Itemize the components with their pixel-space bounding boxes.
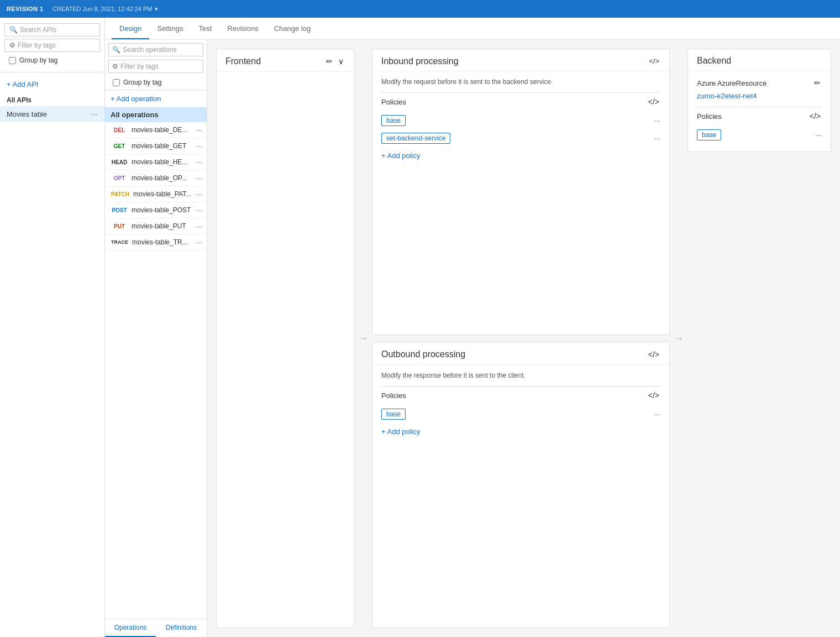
search-operations-input[interactable]: 🔍 Search operations xyxy=(108,43,203,56)
frontend-edit-button[interactable]: ✏ xyxy=(325,56,334,67)
inbound-policies-row: Policies </> xyxy=(381,92,660,111)
ops-filter-input[interactable]: ⚙ Filter by tags xyxy=(108,60,203,73)
ops-bottom-tabs: Operations Definitions xyxy=(105,619,207,637)
op-ellipsis-get[interactable]: ··· xyxy=(196,142,202,150)
op-item-put[interactable]: PUT movies-table_PUT ··· xyxy=(105,218,207,234)
op-item-opt[interactable]: OPT movies-table_OP... ··· xyxy=(105,170,207,186)
search-apis-input[interactable]: 🔍 Search APIs xyxy=(4,23,100,36)
op-badge-post: POST xyxy=(109,207,129,214)
op-ellipsis-head[interactable]: ··· xyxy=(196,158,202,166)
backend-panel-header: Backend xyxy=(688,49,831,71)
dropdown-icon[interactable]: ▾ xyxy=(155,6,158,13)
inbound-policies-label: Policies xyxy=(381,98,406,106)
tab-operations-bottom[interactable]: Operations xyxy=(105,619,156,637)
backend-policies-label: Policies xyxy=(697,112,722,121)
ops-search-icon: 🔍 xyxy=(112,46,120,54)
tab-design[interactable]: Design xyxy=(112,19,149,39)
backend-policies-row: Policies </> xyxy=(697,107,822,125)
right-arrow-icon-2: → xyxy=(674,333,684,344)
op-name-trace: movies-table_TR... xyxy=(132,238,193,246)
arrow-right-1: → xyxy=(354,49,372,628)
group-by-tag-checkbox[interactable] xyxy=(9,57,16,64)
left-sidebar: 🔍 Search APIs ⚙ Filter by tags Group by … xyxy=(0,18,105,637)
op-ellipsis-opt[interactable]: ··· xyxy=(196,174,202,182)
frontend-chevron-button[interactable]: ∨ xyxy=(337,56,345,67)
add-api-button[interactable]: + Add API xyxy=(0,77,104,92)
op-name-get: movies-table_GET xyxy=(132,142,193,150)
outbound-code-button[interactable]: </> xyxy=(647,349,660,360)
backend-link[interactable]: zumo-e2etest-net4 xyxy=(697,92,757,100)
operations-panel: 🔍 Search operations ⚙ Filter by tags Gro… xyxy=(105,40,207,637)
inbound-panel-body: Modify the request before it is sent to … xyxy=(372,71,669,335)
backend-policy-base-tag[interactable]: base xyxy=(697,129,721,140)
operations-list: DEL movies-table_DE... ··· GET movies-ta… xyxy=(105,122,207,619)
op-ellipsis-trace[interactable]: ··· xyxy=(196,238,202,247)
op-item-post[interactable]: POST movies-table_POST ··· xyxy=(105,202,207,218)
main-layout: 🔍 Search APIs ⚙ Filter by tags Group by … xyxy=(0,18,840,637)
outbound-policy-base-tag[interactable]: base xyxy=(381,409,406,420)
op-badge-opt: OPT xyxy=(109,175,129,182)
outbound-policy-base-ellipsis[interactable]: ··· xyxy=(654,410,660,419)
inbound-policy-base-ellipsis[interactable]: ··· xyxy=(654,116,660,125)
filter-by-tags-input[interactable]: ⚙ Filter by tags xyxy=(4,39,100,52)
tab-definitions-bottom[interactable]: Definitions xyxy=(156,619,207,637)
op-item-del[interactable]: DEL movies-table_DE... ··· xyxy=(105,122,207,138)
op-name-post: movies-table_POST xyxy=(132,206,193,214)
backend-policies-code-button[interactable]: </> xyxy=(809,111,822,122)
op-item-patch[interactable]: PATCH movies-table_PAT... ··· xyxy=(105,186,207,202)
revision-badge: REVISION 1 xyxy=(7,6,44,12)
right-arrow-icon: → xyxy=(358,333,368,344)
backend-policy-base-ellipsis[interactable]: ··· xyxy=(815,130,822,139)
outbound-panel-title: Outbound processing xyxy=(381,349,465,359)
inbound-policies-code-button[interactable]: </> xyxy=(647,96,660,107)
op-ellipsis-del[interactable]: ··· xyxy=(196,126,202,134)
outbound-add-policy-button[interactable]: + Add policy xyxy=(381,424,660,439)
inbound-description: Modify the request before it is sent to … xyxy=(381,78,660,86)
tab-settings[interactable]: Settings xyxy=(149,19,191,39)
tab-test[interactable]: Test xyxy=(191,19,219,39)
outbound-description: Modify the response before it is sent to… xyxy=(381,372,660,379)
inbound-code-button[interactable]: </> xyxy=(648,56,660,66)
tab-change-log[interactable]: Change log xyxy=(266,19,319,39)
inbound-policy-set-backend-tag[interactable]: set-backend-service xyxy=(381,133,450,144)
op-item-trace[interactable]: TRACE movies-table_TR... ··· xyxy=(105,234,207,250)
content-area: Design Settings Test Revisions Change lo… xyxy=(105,18,840,637)
group-by-tag-label: Group by tag xyxy=(19,56,57,64)
top-bar: REVISION 1 CREATED Jun 8, 2021, 12:42:24… xyxy=(0,0,840,18)
tab-revisions[interactable]: Revisions xyxy=(219,19,266,39)
inbound-policy-base-tag[interactable]: base xyxy=(381,115,406,126)
frontend-panel-actions: ✏ ∨ xyxy=(325,56,345,67)
add-operation-button[interactable]: + Add operation xyxy=(105,90,207,107)
outbound-policies-code-button[interactable]: </> xyxy=(647,390,660,401)
op-item-get[interactable]: GET movies-table_GET ··· xyxy=(105,138,207,154)
ops-group-by-checkbox[interactable] xyxy=(113,79,120,86)
op-ellipsis-patch[interactable]: ··· xyxy=(196,190,202,199)
sidebar-item-movies-table[interactable]: Movies table ··· xyxy=(0,106,104,122)
search-icon: 🔍 xyxy=(9,26,18,34)
outbound-panel-header: Outbound processing </> xyxy=(372,342,669,365)
inbound-add-policy-button[interactable]: + Add policy xyxy=(381,148,660,163)
backend-resource-row: Azure AzureResource ✏ xyxy=(697,77,822,88)
sidebar-divider xyxy=(0,72,104,72)
inbound-policy-set-backend-ellipsis[interactable]: ··· xyxy=(654,134,660,143)
op-ellipsis-post[interactable]: ··· xyxy=(196,206,202,215)
frontend-panel: Frontend ✏ ∨ xyxy=(216,49,354,628)
all-apis-header: All APIs xyxy=(0,94,104,106)
outbound-policies-row: Policies </> xyxy=(381,386,660,404)
op-badge-head: HEAD xyxy=(109,159,129,166)
op-item-head[interactable]: HEAD movies-table_HE... ··· xyxy=(105,154,207,170)
outbound-policy-base: base ··· xyxy=(381,406,660,422)
inbound-panel-header: Inbound processing </> xyxy=(372,49,669,71)
inbound-panel: Inbound processing </> Modify the reques… xyxy=(372,49,670,335)
inbound-policy-set-backend: set-backend-service ··· xyxy=(381,130,660,146)
frontend-panel-title: Frontend xyxy=(225,56,261,66)
group-by-tag-checkbox-row: Group by tag xyxy=(4,54,100,66)
ops-group-by-row: Group by tag xyxy=(108,76,203,88)
backend-edit-button[interactable]: ✏ xyxy=(813,77,822,88)
filter-icon: ⚙ xyxy=(9,41,15,49)
backend-panel-title: Backend xyxy=(697,56,731,66)
movies-table-ellipsis[interactable]: ··· xyxy=(91,109,98,118)
op-name-head: movies-table_HE... xyxy=(132,158,193,166)
op-ellipsis-put[interactable]: ··· xyxy=(196,222,202,231)
outbound-panel-body: Modify the response before it is sent to… xyxy=(372,365,669,628)
